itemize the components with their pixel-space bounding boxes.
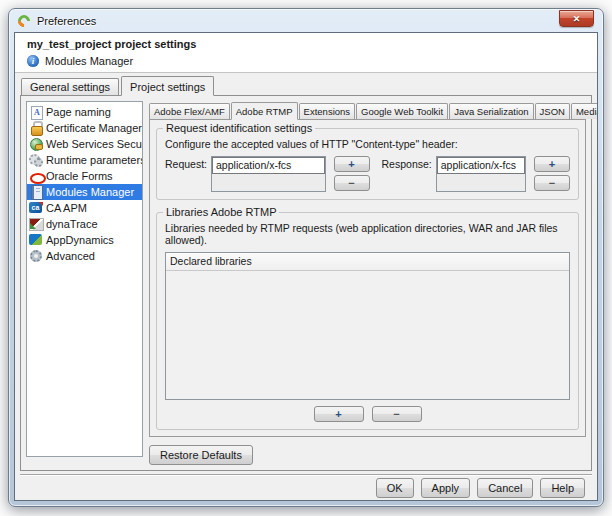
settings-header: my_test_project project settings Modules… [15, 33, 597, 73]
request-remove-button[interactable]: − [334, 175, 370, 191]
info-icon [27, 55, 39, 67]
dialog-button-bar: OK Apply Cancel Help [20, 476, 592, 500]
declared-libraries-body[interactable] [166, 271, 569, 399]
tab-google-web-toolkit[interactable]: Google Web Toolkit [356, 103, 448, 119]
module-tab-bar: Adobe Flex/AMF Adobe RTMP Extensions Goo… [149, 101, 586, 119]
sidebar-item-certificate-manager[interactable]: Certificate Manager [27, 120, 142, 136]
adobe-rtmp-panel: Request identification settings Configur… [149, 119, 586, 437]
libraries-group: Libraries Adobe RTMP Libraries needed by… [156, 212, 579, 430]
appdynamics-logo-icon [29, 233, 43, 247]
response-label: Response: [382, 156, 432, 170]
gears-icon [29, 153, 43, 167]
content-area: General settings Project settings Page n… [15, 73, 597, 500]
tab-java-serialization[interactable]: Java Serialization [449, 103, 533, 119]
restore-defaults-button[interactable]: Restore Defaults [149, 445, 253, 465]
certificate-lock-icon [29, 121, 43, 135]
gear-icon [29, 249, 43, 263]
libraries-group-title: Libraries Adobe RTMP [163, 206, 279, 218]
libraries-description: Libraries needed by RTMP requests (web a… [165, 222, 570, 246]
declared-libraries-header: Declared libraries [166, 253, 569, 271]
window-title: Preferences [37, 15, 96, 27]
app-logo-icon [17, 14, 31, 28]
title-bar[interactable]: Preferences ✕ [9, 9, 603, 32]
tab-media-streaming[interactable]: Media streaming [571, 103, 598, 119]
sidebar-item-runtime-parameters[interactable]: Runtime parameters [27, 152, 142, 168]
main-tab-bar: General settings Project settings [20, 76, 592, 95]
request-label: Request: [165, 156, 207, 170]
oracle-icon [29, 169, 43, 183]
help-button[interactable]: Help [540, 478, 585, 498]
book-icon [29, 185, 43, 199]
sidebar-item-ca-apm[interactable]: CA APM [27, 200, 142, 216]
tab-extensions[interactable]: Extensions [299, 103, 355, 119]
sidebar-item-web-services-security[interactable]: Web Services Security [27, 136, 142, 152]
dynatrace-logo-icon [29, 217, 43, 231]
library-add-button[interactable]: + [314, 406, 364, 422]
sidebar-item-oracle-forms[interactable]: Oracle Forms [27, 168, 142, 184]
sidebar-item-advanced[interactable]: Advanced [27, 248, 142, 264]
close-button[interactable]: ✕ [559, 10, 594, 27]
sidebar-item-appdynamics[interactable]: AppDynamics [27, 232, 142, 248]
sidebar-item-modules-manager[interactable]: Modules Manager [27, 184, 142, 200]
module-detail-column: Adobe Flex/AMF Adobe RTMP Extensions Goo… [149, 101, 586, 465]
response-remove-button[interactable]: − [534, 175, 570, 191]
request-add-button[interactable]: + [334, 156, 370, 172]
modules-list[interactable]: Page naming Certificate Manager Web Serv… [26, 101, 143, 457]
project-settings-tabpage: Page naming Certificate Manager Web Serv… [20, 95, 592, 471]
apply-button[interactable]: Apply [421, 478, 471, 498]
tab-general-settings[interactable]: General settings [21, 78, 119, 95]
library-remove-button[interactable]: − [372, 406, 422, 422]
content-type-description: Configure the accepted values of HTTP "C… [165, 138, 570, 150]
ca-logo-icon [29, 201, 43, 215]
sidebar-item-page-naming[interactable]: Page naming [27, 104, 142, 120]
page-title: my_test_project project settings [27, 38, 585, 50]
preferences-window: Preferences ✕ my_test_project project se… [8, 8, 604, 507]
response-content-type-item[interactable]: application/x-fcs [437, 157, 525, 174]
header-subtitle: Modules Manager [45, 55, 133, 67]
sidebar-item-dynatrace[interactable]: dynaTrace [27, 216, 142, 232]
tab-adobe-flex-amf[interactable]: Adobe Flex/AMF [149, 103, 230, 119]
tab-adobe-rtmp[interactable]: Adobe RTMP [231, 102, 298, 120]
page-naming-icon [29, 105, 43, 119]
response-content-type-list[interactable]: application/x-fcs [436, 156, 526, 192]
request-identification-group: Request identification settings Configur… [156, 128, 579, 200]
ok-button[interactable]: OK [376, 478, 414, 498]
request-content-type-list[interactable]: application/x-fcs [211, 156, 326, 192]
request-content-type-item[interactable]: application/x-fcs [212, 157, 325, 174]
declared-libraries-table[interactable]: Declared libraries [165, 252, 570, 400]
response-add-button[interactable]: + [534, 156, 570, 172]
client-area: my_test_project project settings Modules… [14, 32, 598, 501]
tab-json[interactable]: JSON [535, 103, 570, 119]
tab-project-settings[interactable]: Project settings [121, 76, 214, 96]
cancel-button[interactable]: Cancel [477, 478, 533, 498]
security-orb-icon [29, 137, 43, 151]
request-group-title: Request identification settings [163, 122, 315, 134]
